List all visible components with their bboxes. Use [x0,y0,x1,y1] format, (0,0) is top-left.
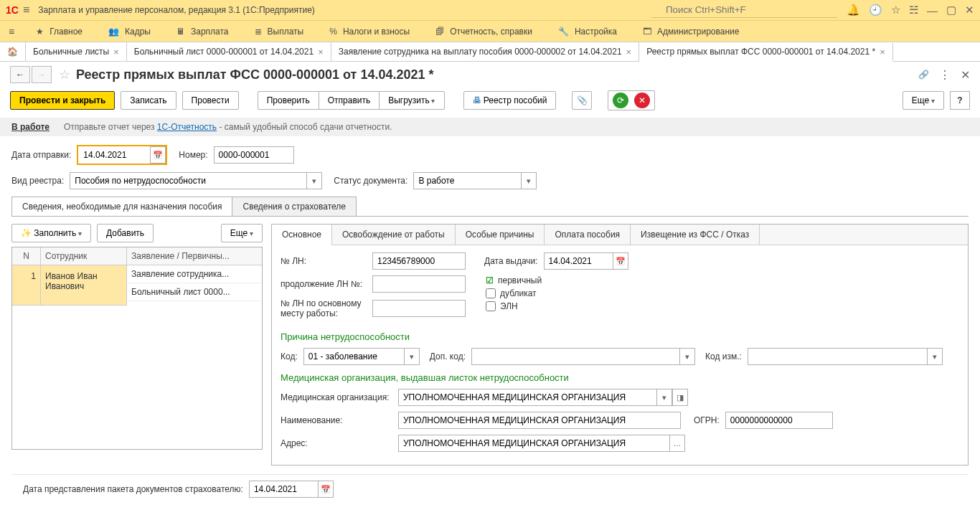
refresh-button[interactable]: ⟳ [613,93,628,108]
minimize-icon[interactable]: — [927,4,938,16]
calendar-icon[interactable]: 📅 [318,481,334,498]
row-doc1[interactable]: Заявление сотрудника... [127,265,262,283]
write-button[interactable]: Записать [121,91,176,110]
tab-svedeniya-strakh[interactable]: Сведения о страхователе [232,197,357,216]
send-button[interactable]: Отправить [319,91,380,110]
check-button[interactable]: Проверить [258,91,319,110]
menu-vyplaty[interactable]: ≣Выплаты [242,21,317,42]
menu-nastroika[interactable]: 🔧Настройка [545,21,630,42]
add-button[interactable]: Добавить [97,224,154,242]
registry-type-select[interactable]: ▾ [70,172,322,189]
send-date-field[interactable]: 📅 [77,145,167,165]
close-icon[interactable]: × [113,47,119,57]
code-chg-select[interactable]: ▾ [748,348,943,365]
code-select[interactable]: ▾ [303,348,420,365]
table-row[interactable]: 1 Иванов Иван Иванович Заявление сотрудн… [12,265,262,306]
issue-date-field[interactable]: 📅 [544,252,628,270]
duplicate-checkbox[interactable]: дубликат [486,288,542,298]
pkg-date-field[interactable]: 📅 [249,481,334,498]
ln-field[interactable] [372,252,466,270]
calendar-icon[interactable]: 📅 [613,252,628,270]
tab-zayavlenie[interactable]: Заявление сотрудника на выплату пособия … [331,42,639,61]
pkg-date-label: Дата представления пакета документов стр… [23,484,243,494]
add-code-select[interactable]: ▾ [471,348,695,365]
menu-nalogi[interactable]: %Налоги и взносы [316,21,423,42]
chevron-down-icon[interactable]: ▾ [927,348,943,365]
help-button[interactable]: ? [950,91,970,110]
tab-sicklist-doc[interactable]: Больничный лист 0000-000001 от 14.04.202… [127,42,331,61]
hamburger-icon[interactable]: ≡ [23,4,29,16]
bell-icon[interactable]: 🔔 [847,4,860,16]
export-button[interactable]: Выгрузить [379,91,444,110]
eln-checkbox[interactable]: ЭЛН [486,301,542,311]
nav-forward-button[interactable]: → [32,66,52,83]
post-button[interactable]: Провести [182,91,239,110]
med-org-select[interactable]: ▾ ◨ [398,389,688,406]
attach-button[interactable]: 📎 [572,91,592,110]
chevron-down-icon[interactable]: ▾ [656,389,672,406]
filter-icon[interactable]: ☵ [909,4,918,16]
inner-tab-osob[interactable]: Особые причины [456,225,545,245]
tab-reestr[interactable]: Реестр прямых выплат ФСС 0000-000001 от … [639,43,893,62]
menu-main[interactable]: ★Главное [23,21,95,42]
addr-field[interactable]: … [398,435,685,452]
calendar-icon[interactable]: 📅 [150,146,166,164]
ellipsis-icon[interactable]: … [669,435,685,452]
primary-checkbox[interactable]: ☑первичный [486,275,542,285]
send-date-label: Дата отправки: [11,150,71,160]
home-tab[interactable]: 🏠 [0,42,26,61]
name-field[interactable] [398,412,681,429]
inner-tab-izvesch[interactable]: Извещение из ФСС / Отказ [631,225,760,245]
more-button[interactable]: Еще [903,91,944,110]
open-icon[interactable]: ◨ [672,389,688,406]
row-doc2[interactable]: Больничный лист 0000... [127,283,262,301]
favorite-icon[interactable]: ☆ [59,67,70,82]
close-icon[interactable]: × [626,47,632,57]
right-panel: Основное Освобождение от работы Особые п… [271,224,969,466]
chevron-down-icon[interactable]: ▾ [679,348,695,365]
inner-tab-osvob[interactable]: Освобождение от работы [332,225,456,245]
menu-label: Зарплата [191,27,229,37]
maximize-icon[interactable]: ▢ [946,4,956,16]
left-more-button[interactable]: Еще [221,224,263,242]
menu-toggle-icon[interactable]: ≡ [0,26,23,37]
print-icon: 🖶 [473,95,484,105]
cont-ln-field[interactable] [372,275,466,293]
issue-date-label: Дата выдачи: [484,256,538,266]
menu-label: Главное [50,27,83,37]
search-field[interactable] [651,2,838,17]
number-field[interactable] [214,146,294,164]
search-input[interactable] [651,2,838,18]
menu-otchet[interactable]: 🗐Отчетность, справки [423,21,545,42]
menu-kadry[interactable]: 👥Кадры [95,21,164,42]
history-icon[interactable]: 🕘 [869,4,882,16]
chevron-down-icon[interactable]: ▾ [404,348,420,365]
close-page-icon[interactable]: ✕ [961,68,970,82]
registry-button[interactable]: 🖶 Реестр пособий [463,91,557,110]
cancel-button[interactable]: ✕ [634,93,650,108]
footer: Дата представления пакета документов стр… [11,474,969,504]
col-document: Заявление / Первичны... [127,247,262,265]
nav-back-button[interactable]: ← [10,66,30,83]
tab-sicklists[interactable]: Больничные листы× [26,42,127,61]
menu-zarplata[interactable]: 🖩Зарплата [164,21,242,42]
fill-button[interactable]: ✨ Заполнить [11,224,91,242]
wrench-icon: 🔧 [558,27,569,37]
link-icon[interactable]: 🔗 [918,70,929,80]
doc-status-select[interactable]: ▾ [413,172,537,189]
close-icon[interactable]: × [880,47,885,57]
menu-admin[interactable]: 🗔Администрирование [630,21,752,42]
ogrn-field[interactable] [725,412,833,429]
report-link[interactable]: 1С-Отчетность [157,122,217,132]
chevron-down-icon[interactable]: ▾ [306,172,322,189]
post-close-button[interactable]: Провести и закрыть [10,91,115,110]
chevron-down-icon[interactable]: ▾ [521,172,537,189]
more-icon[interactable]: ⋮ [939,68,951,82]
close-icon[interactable]: × [318,47,324,57]
tab-svedeniya-posobie[interactable]: Сведения, необходимые для назначения пос… [11,197,232,216]
inner-tab-oplata[interactable]: Оплата пособия [545,225,631,245]
close-window-icon[interactable]: ✕ [965,4,974,16]
inner-tab-osnovnoe[interactable]: Основное [272,225,332,245]
main-ln-field[interactable] [372,300,466,317]
star-icon[interactable]: ☆ [891,4,900,16]
